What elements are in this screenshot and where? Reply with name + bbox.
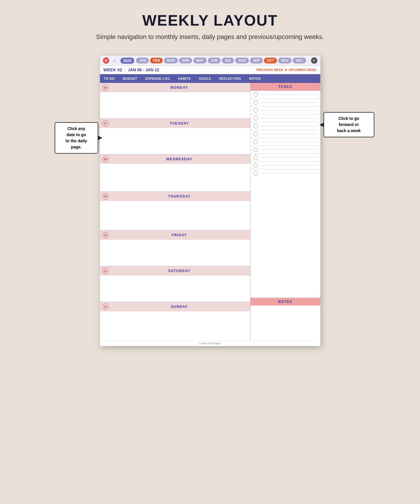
task-checkbox-4[interactable] xyxy=(253,116,258,120)
daily-page-callout: Click anydate to goto the dailypage. xyxy=(55,122,98,154)
task-item-3[interactable] xyxy=(251,107,320,114)
month-dec[interactable]: DEC xyxy=(293,58,306,63)
tuesday-body xyxy=(100,128,250,154)
task-checkbox-8[interactable] xyxy=(253,147,258,152)
week-dot xyxy=(285,69,287,71)
task-checkbox-11[interactable] xyxy=(253,171,258,175)
home-button[interactable]: ⌂ xyxy=(110,57,119,64)
day-wednesday: 08 WEDNESDAY xyxy=(100,155,250,192)
month-may[interactable]: MAY xyxy=(193,58,207,63)
tab-expense-log[interactable]: EXPENSE LOG xyxy=(141,76,174,81)
close-button[interactable]: ✕ xyxy=(103,57,109,64)
saturday-header[interactable]: 11 SATURDAY xyxy=(100,266,250,276)
planner-page: ✕ ⌂ 2025 JAN FEB MAR APR MAY JUN JUL AUG… xyxy=(100,55,321,346)
task-checkbox-3[interactable] xyxy=(253,108,258,113)
wednesday-header[interactable]: 08 WEDNESDAY xyxy=(100,155,250,164)
month-sep[interactable]: SEP xyxy=(250,58,263,63)
footer-text: © Jena W Designs xyxy=(199,342,221,345)
tab-goals[interactable]: GOALS xyxy=(195,76,215,81)
task-checkbox-5[interactable] xyxy=(253,124,258,128)
main-content: 06 MONDAY 07 TUESDAY 08 xyxy=(100,83,320,340)
day-monday: 06 MONDAY xyxy=(100,83,250,119)
month-aug[interactable]: AUG xyxy=(235,58,249,63)
task-item-5[interactable] xyxy=(251,122,320,130)
friday-body xyxy=(100,240,250,266)
week-separator: | xyxy=(124,68,126,72)
task-checkbox-6[interactable] xyxy=(253,132,258,136)
monday-header[interactable]: 06 MONDAY xyxy=(100,83,250,92)
task-checkbox-2[interactable] xyxy=(253,100,258,105)
week-navigation: PREVIOUS WEEK UPCOMING WEEK xyxy=(256,68,317,72)
add-button[interactable]: + xyxy=(311,57,317,64)
task-item-9[interactable] xyxy=(251,154,320,162)
task-item-1[interactable] xyxy=(251,91,320,99)
tab-todo[interactable]: TO DO xyxy=(100,76,119,81)
sunday-body xyxy=(100,311,250,340)
tasks-header: TASKS xyxy=(251,83,320,91)
tasks-section: TASKS xyxy=(251,83,320,298)
prev-week-button[interactable]: PREVIOUS WEEK xyxy=(256,68,283,72)
footer: © Jena W Designs xyxy=(100,340,320,346)
task-checkbox-10[interactable] xyxy=(253,163,258,168)
day-saturday: 11 SATURDAY xyxy=(100,266,250,302)
day-friday: 10 FRIDAY xyxy=(100,230,250,266)
task-item-8[interactable] xyxy=(251,146,320,154)
monday-number: 06 xyxy=(102,84,109,91)
friday-number: 10 xyxy=(102,232,109,238)
tabs-bar: TO DO BUDGET EXPENSE LOG HABITS GOALS RE… xyxy=(100,74,320,83)
day-thursday: 09 THURSDAY xyxy=(100,192,250,230)
tab-budget[interactable]: BUDGET xyxy=(119,76,141,81)
thursday-header[interactable]: 09 THURSDAY xyxy=(100,192,250,201)
saturday-name: SATURDAY xyxy=(111,269,248,273)
wednesday-number: 08 xyxy=(102,156,109,162)
tab-notes[interactable]: NOTES xyxy=(245,76,265,81)
monday-name: MONDAY xyxy=(111,86,248,90)
week-dates: JAN 06 - JAN 12 xyxy=(128,68,159,72)
days-column: 06 MONDAY 07 TUESDAY 08 xyxy=(100,83,251,340)
task-line-6 xyxy=(260,134,317,134)
notes-section: NOTES xyxy=(251,298,320,340)
year-badge[interactable]: 2025 xyxy=(120,58,135,64)
month-feb[interactable]: FEB xyxy=(150,58,163,63)
saturday-number: 11 xyxy=(102,268,109,274)
daily-callout-text: Click anydate to goto the dailypage. xyxy=(66,126,87,149)
task-line-1 xyxy=(260,95,317,95)
wednesday-body xyxy=(100,164,250,191)
task-line-4 xyxy=(260,118,317,118)
month-jul[interactable]: JUL xyxy=(222,58,234,63)
notes-body[interactable] xyxy=(251,306,320,340)
notes-header: NOTES xyxy=(251,298,320,306)
sunday-header[interactable]: 12 SUNDAY xyxy=(100,302,250,311)
friday-header[interactable]: 10 FRIDAY xyxy=(100,230,250,240)
task-item-6[interactable] xyxy=(251,130,320,138)
tab-habits[interactable]: HABITS xyxy=(174,76,195,81)
task-line-11 xyxy=(260,173,317,173)
task-item-11[interactable] xyxy=(251,169,320,177)
month-mar[interactable]: MAR xyxy=(164,58,178,63)
task-item-2[interactable] xyxy=(251,99,320,107)
thursday-number: 09 xyxy=(102,193,109,200)
task-checkbox-1[interactable] xyxy=(253,92,258,97)
thursday-name: THURSDAY xyxy=(111,194,248,198)
task-item-7[interactable] xyxy=(251,138,320,146)
tuesday-header[interactable]: 07 TUESDAY xyxy=(100,119,250,128)
task-checkbox-7[interactable] xyxy=(253,139,258,144)
month-nav-bar: ✕ ⌂ 2025 JAN FEB MAR APR MAY JUN JUL AUG… xyxy=(100,56,320,66)
upcoming-week-button[interactable]: UPCOMING WEEK xyxy=(289,68,317,72)
month-jan[interactable]: JAN xyxy=(136,58,149,63)
task-line-3 xyxy=(260,110,317,111)
tuesday-name: TUESDAY xyxy=(111,121,248,125)
sunday-name: SUNDAY xyxy=(111,305,248,309)
monday-body xyxy=(100,92,250,118)
month-oct[interactable]: OCT xyxy=(264,58,277,63)
month-apr[interactable]: APR xyxy=(179,58,192,63)
month-nov[interactable]: NOV xyxy=(278,58,292,63)
task-item-10[interactable] xyxy=(251,162,320,169)
task-line-2 xyxy=(260,102,317,103)
task-checkbox-9[interactable] xyxy=(253,155,258,160)
task-item-4[interactable] xyxy=(251,114,320,122)
week-nav-callout: Click to goforward orback a week xyxy=(324,112,374,137)
tab-reflection[interactable]: REFLECTION xyxy=(215,76,245,81)
wednesday-name: WEDNESDAY xyxy=(111,157,248,161)
month-jun[interactable]: JUN xyxy=(208,58,221,63)
